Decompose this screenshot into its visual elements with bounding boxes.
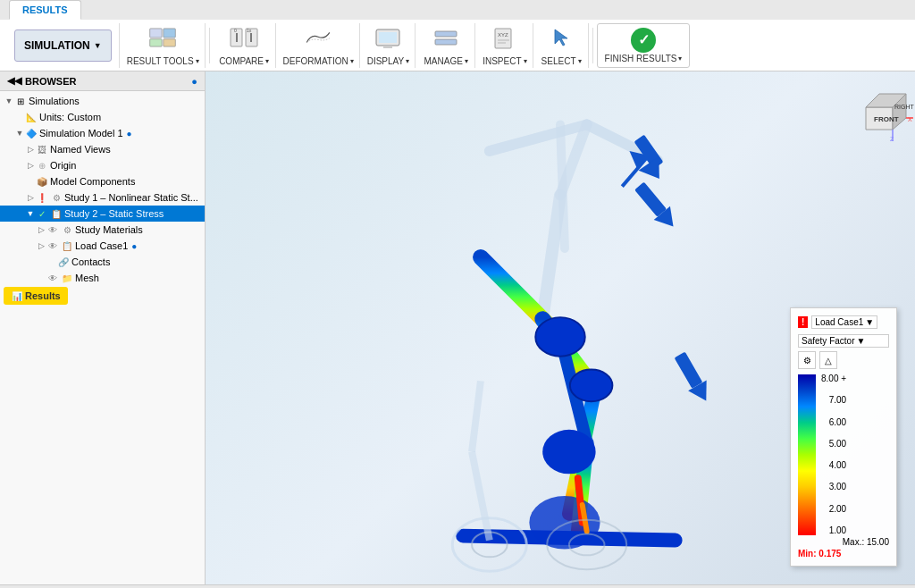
svg-rect-13 <box>435 31 457 37</box>
expand-study2[interactable]: ▼ <box>25 209 36 218</box>
color-bar <box>798 374 816 535</box>
legend-header: ! Load Case1 ▼ <box>798 315 889 329</box>
tree-origin[interactable]: ▷ ⊕ Origin <box>0 157 205 173</box>
sim-model-dot: ● <box>127 129 132 139</box>
display-icon <box>374 25 402 50</box>
tree-results[interactable]: 📊 Results <box>4 287 68 305</box>
expand-load-case[interactable]: ▷ <box>36 241 46 250</box>
tree-units[interactable]: 📐 Units: Custom <box>0 109 205 125</box>
svg-rect-2 <box>150 38 162 46</box>
legend-type-dropdown[interactable]: Safety Factor ▼ <box>798 334 889 348</box>
label-study1: Study 1 – Nonlinear Static St... <box>64 192 198 203</box>
tree-model-components[interactable]: 📦 Model Components <box>0 173 205 189</box>
tree-named-views[interactable]: ▷ 🖼 Named Views <box>0 141 205 157</box>
simulation-btn[interactable]: SIMULATION ▼ <box>14 29 112 62</box>
icon-study-materials: ⚙ <box>61 223 73 236</box>
legend-min: Min: 0.175 <box>798 549 889 559</box>
svg-rect-30 <box>675 352 703 389</box>
svg-text:FRONT: FRONT <box>874 115 899 123</box>
inspect-icon: XYZ <box>491 25 519 50</box>
finish-results-icon: ✓ <box>631 28 656 53</box>
icon-study-materials-eye: 👁 <box>46 223 59 236</box>
compare-icon: 0 1x <box>230 25 258 50</box>
svg-rect-11 <box>379 32 397 43</box>
svg-rect-28 <box>634 182 667 217</box>
icon-study1-gear: ⚙ <box>50 191 63 204</box>
legend-gear-button[interactable]: ⚙ <box>798 351 816 369</box>
icon-model-components: 📦 <box>36 175 48 188</box>
tree-sim-model[interactable]: ▼ 🔷 Simulation Model 1 ● <box>0 125 205 141</box>
manage-icon <box>432 25 460 50</box>
icon-results: 📊 <box>11 290 23 302</box>
toolbar-select[interactable]: SELECT ▾ <box>535 23 589 68</box>
toolbar: SIMULATION ▼ RESULT TOOLS ▾ <box>0 20 915 71</box>
tab-results[interactable]: RESULTS <box>9 0 81 20</box>
icon-study2-check: ✓ <box>36 207 48 220</box>
svg-text:XYZ: XYZ <box>498 32 508 38</box>
tab-bar: RESULTS <box>0 0 915 20</box>
legend-triangle-button[interactable]: △ <box>819 351 837 369</box>
simulation-button[interactable]: SIMULATION ▼ <box>7 23 120 68</box>
tree-study-materials[interactable]: ▷ 👁 ⚙ Study Materials <box>0 222 205 238</box>
finish-results-label: FINISH RESULTS ▾ <box>605 54 683 63</box>
icon-load-case-eye: 👁 <box>46 239 59 252</box>
label-results: Results <box>25 290 61 301</box>
expand-simulations[interactable]: ▼ <box>4 97 14 105</box>
label-load-case: Load Case1 <box>75 240 128 251</box>
legend-label-4: 4.00 <box>821 461 846 470</box>
icon-study2: 📋 <box>50 207 63 220</box>
label-study2: Study 2 – Static Stress <box>64 208 164 219</box>
result-tools-icon <box>148 25 177 50</box>
toolbar-compare[interactable]: 0 1x COMPARE ▾ <box>214 23 276 68</box>
expand-named-views[interactable]: ▷ <box>25 145 36 154</box>
label-sim-model: Simulation Model 1 <box>39 128 123 139</box>
label-mesh: Mesh <box>75 273 99 283</box>
svg-point-40 <box>542 430 595 474</box>
toolbar-manage[interactable]: MANAGE ▾ <box>417 23 475 68</box>
label-named-views: Named Views <box>50 144 111 155</box>
tree-mesh[interactable]: 👁 📁 Mesh <box>0 270 205 286</box>
compare-label: COMPARE ▾ <box>219 56 269 66</box>
legend-label-8: 8.00 + <box>821 374 846 383</box>
label-contacts: Contacts <box>71 256 110 267</box>
svg-point-39 <box>570 370 613 402</box>
inspect-label: INSPECT ▾ <box>483 56 526 66</box>
svg-line-21 <box>542 196 560 320</box>
expand-sim-model[interactable]: ▼ <box>14 129 25 138</box>
toolbar-display[interactable]: DISPLAY ▾ <box>362 23 416 68</box>
cube-nav[interactable]: FRONT RIGHT Z X <box>852 80 906 134</box>
tree-load-case[interactable]: ▷ 👁 📋 Load Case1 ● <box>0 238 205 254</box>
load-arrow-3 <box>675 352 716 407</box>
icon-mesh: 📁 <box>61 272 73 284</box>
viewport[interactable]: FRONT RIGHT Z X ! Load Case1 ▼ Safety <box>206 71 915 584</box>
tree-study1[interactable]: ▷ ❗ ⚙ Study 1 – Nonlinear Static St... <box>0 189 205 206</box>
tree-simulations[interactable]: ▼ ⊞ Simulations <box>0 93 205 109</box>
expand-study-materials[interactable]: ▷ <box>36 225 46 234</box>
svg-text:1x: 1x <box>247 28 252 33</box>
orientation-cube: FRONT RIGHT Z X <box>852 80 915 143</box>
tree-contacts[interactable]: 🔗 Contacts <box>0 254 205 270</box>
legend-loadcase-dropdown[interactable]: Load Case1 ▼ <box>811 315 877 329</box>
deformation-label: DEFORMATION ▾ <box>283 56 354 66</box>
icon-origin: ⊕ <box>36 159 48 172</box>
label-units: Units: Custom <box>39 112 101 122</box>
expand-study1[interactable]: ▷ <box>25 193 36 202</box>
toolbar-inspect[interactable]: XYZ INSPECT ▾ <box>477 23 533 68</box>
expand-origin[interactable]: ▷ <box>25 161 36 170</box>
legend-labels: 8.00 + 7.00 6.00 5.00 4.00 3.00 2.00 1.0… <box>821 374 846 535</box>
toolbar-result-tools[interactable]: RESULT TOOLS ▾ <box>122 23 206 68</box>
icon-contacts: 🔗 <box>57 256 70 268</box>
label-model-components: Model Components <box>50 176 135 187</box>
toolbar-deformation[interactable]: DEFORMATION ▾ <box>278 23 360 68</box>
select-label: SELECT ▾ <box>541 56 582 66</box>
icon-sim-model: 🔷 <box>25 127 38 139</box>
browser-arrow[interactable]: ◀◀ <box>7 75 21 87</box>
icon-load-case: 📋 <box>61 239 73 252</box>
svg-text:Z: Z <box>890 136 894 142</box>
icon-named-views: 🖼 <box>36 143 48 155</box>
svg-rect-12 <box>383 46 392 48</box>
tree-study2[interactable]: ▼ ✓ 📋 Study 2 – Static Stress <box>0 206 205 222</box>
svg-point-38 <box>535 317 584 357</box>
finish-results-button[interactable]: ✓ FINISH RESULTS ▾ <box>597 23 691 68</box>
legend-label-6: 6.00 <box>821 418 846 427</box>
